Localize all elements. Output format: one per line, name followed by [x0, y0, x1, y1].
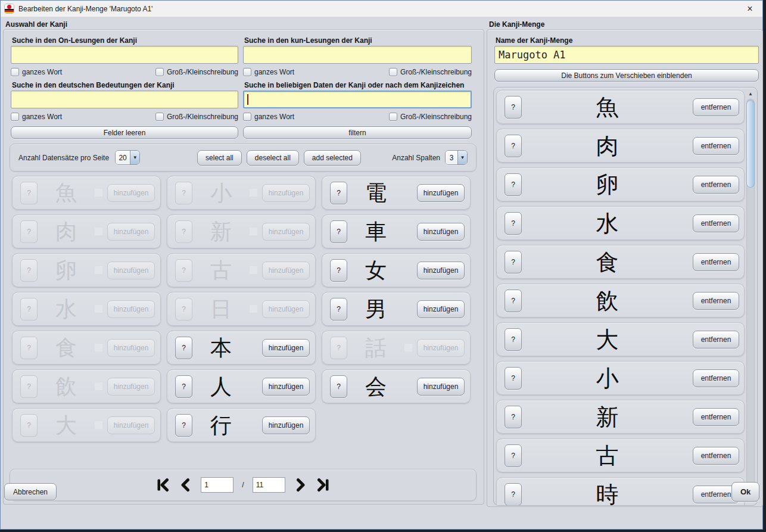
remove-kanji-button[interactable]: entfernen — [693, 137, 739, 155]
add-kanji-button[interactable]: hinzufügen — [107, 378, 155, 396]
on-reading-search-input[interactable] — [11, 46, 238, 64]
kanji-info-button[interactable]: ? — [175, 182, 192, 204]
kanji-info-button[interactable]: ? — [330, 182, 347, 204]
any-whole-word-checkbox[interactable]: ganzes Wort — [243, 113, 294, 121]
current-page-input[interactable] — [201, 477, 233, 493]
kanji-info-button[interactable]: ? — [20, 298, 38, 321]
close-icon[interactable]: × — [741, 2, 759, 15]
kanji-select-checkbox[interactable] — [95, 344, 102, 351]
kanji-info-button[interactable]: ? — [20, 259, 38, 282]
checkbox-icon[interactable] — [11, 113, 19, 121]
meaning-case-checkbox[interactable]: Groß-/Kleinschreibung — [155, 113, 238, 121]
remove-kanji-button[interactable]: entfernen — [693, 331, 739, 349]
add-kanji-button[interactable]: hinzufügen — [417, 262, 465, 279]
checkbox-icon[interactable] — [11, 68, 19, 76]
checkbox-icon[interactable] — [155, 113, 164, 121]
add-kanji-button[interactable]: hinzufügen — [107, 262, 155, 279]
remove-kanji-button[interactable]: entfernen — [693, 253, 739, 271]
scrollbar-thumb[interactable] — [746, 100, 755, 188]
checkbox-icon[interactable] — [389, 113, 397, 121]
add-kanji-button[interactable]: hinzufügen — [417, 300, 465, 318]
kanji-info-button[interactable]: ? — [330, 220, 347, 243]
kanji-select-checkbox[interactable] — [250, 344, 257, 351]
kanji-info-button[interactable]: ? — [505, 173, 522, 196]
cancel-button[interactable]: Abbrechen — [4, 483, 57, 500]
kanji-info-button[interactable]: ? — [20, 414, 38, 437]
deselect-all-button[interactable]: deselect all — [247, 150, 299, 166]
kanji-select-checkbox[interactable] — [95, 305, 102, 313]
checkbox-icon[interactable] — [155, 68, 164, 76]
add-kanji-button[interactable]: hinzufügen — [107, 184, 155, 202]
kanji-info-button[interactable]: ? — [330, 337, 347, 359]
kanji-info-button[interactable]: ? — [505, 444, 522, 467]
kun-case-checkbox[interactable]: Groß-/Kleinschreibung — [389, 68, 472, 76]
kanji-info-button[interactable]: ? — [20, 220, 38, 243]
kanji-select-checkbox[interactable] — [95, 189, 102, 197]
remove-kanji-button[interactable]: entfernen — [693, 98, 739, 116]
kanji-select-checkbox[interactable] — [250, 421, 257, 429]
german-meaning-search-input[interactable] — [11, 91, 238, 108]
kanji-info-button[interactable]: ? — [20, 337, 38, 359]
kanji-select-checkbox[interactable] — [404, 382, 412, 390]
kanji-select-checkbox[interactable] — [404, 305, 412, 313]
kanji-select-checkbox[interactable] — [404, 344, 412, 351]
on-whole-word-checkbox[interactable]: ganzes Wort — [11, 68, 62, 76]
add-kanji-button[interactable]: hinzufügen — [262, 416, 310, 434]
kanji-select-checkbox[interactable] — [95, 228, 102, 235]
ok-button[interactable]: Ok — [731, 482, 759, 502]
add-kanji-button[interactable]: hinzufügen — [262, 262, 310, 279]
add-kanji-button[interactable]: hinzufügen — [262, 339, 310, 357]
kanji-info-button[interactable]: ? — [330, 375, 347, 398]
column-count-combo[interactable]: 3 ▼ — [445, 150, 468, 165]
add-kanji-button[interactable]: hinzufügen — [107, 223, 155, 241]
add-kanji-button[interactable]: hinzufügen — [262, 184, 310, 202]
kanji-info-button[interactable]: ? — [20, 182, 38, 204]
filter-button[interactable]: filtern — [243, 126, 472, 139]
add-kanji-button[interactable]: hinzufügen — [417, 223, 465, 241]
kanji-info-button[interactable]: ? — [175, 337, 192, 359]
add-selected-button[interactable]: add selected — [304, 150, 361, 166]
kanji-select-checkbox[interactable] — [250, 305, 257, 313]
checkbox-icon[interactable] — [243, 113, 251, 121]
kanji-select-checkbox[interactable] — [95, 421, 102, 429]
kanji-info-button[interactable]: ? — [175, 259, 192, 282]
page-size-combo[interactable]: 20 ▼ — [115, 150, 140, 165]
checkbox-icon[interactable] — [389, 68, 397, 76]
kanji-select-checkbox[interactable] — [250, 189, 257, 197]
checkbox-icon[interactable] — [243, 68, 251, 76]
vertical-scrollbar[interactable]: ▲ ▼ — [745, 89, 756, 504]
kanji-info-button[interactable]: ? — [505, 251, 522, 273]
remove-kanji-button[interactable]: entfernen — [693, 292, 739, 310]
chevron-down-icon[interactable]: ▼ — [130, 151, 139, 164]
kanji-info-button[interactable]: ? — [505, 96, 522, 119]
next-page-button[interactable] — [294, 478, 308, 492]
add-kanji-button[interactable]: hinzufügen — [417, 378, 465, 396]
kanji-select-checkbox[interactable] — [404, 228, 412, 235]
remove-kanji-button[interactable]: entfernen — [693, 176, 739, 194]
kanji-info-button[interactable]: ? — [505, 483, 522, 506]
scroll-up-icon[interactable]: ▲ — [746, 89, 755, 98]
kanji-info-button[interactable]: ? — [330, 259, 347, 282]
last-page-button[interactable] — [316, 478, 331, 492]
kanji-select-checkbox[interactable] — [250, 228, 257, 235]
kanji-info-button[interactable]: ? — [505, 406, 522, 428]
kanji-select-checkbox[interactable] — [95, 266, 102, 274]
add-kanji-button[interactable]: hinzufügen — [107, 339, 155, 357]
clear-fields-button[interactable]: Felder leeren — [11, 126, 238, 139]
add-kanji-button[interactable]: hinzufügen — [262, 223, 310, 241]
kun-reading-search-input[interactable] — [243, 46, 472, 64]
kanji-info-button[interactable]: ? — [175, 298, 192, 321]
previous-page-button[interactable] — [178, 478, 192, 492]
any-data-search-input[interactable] — [243, 91, 472, 108]
kanji-select-checkbox[interactable] — [95, 382, 102, 390]
kanji-info-button[interactable]: ? — [505, 135, 522, 157]
kanji-info-button[interactable]: ? — [175, 414, 192, 437]
remove-kanji-button[interactable]: entfernen — [693, 408, 739, 426]
on-case-checkbox[interactable]: Groß-/Kleinschreibung — [155, 68, 238, 76]
total-pages-input[interactable] — [253, 477, 285, 493]
first-page-button[interactable] — [155, 478, 170, 492]
kun-whole-word-checkbox[interactable]: ganzes Wort — [243, 68, 294, 76]
meaning-whole-word-checkbox[interactable]: ganzes Wort — [11, 113, 62, 121]
kanji-select-checkbox[interactable] — [250, 382, 257, 390]
kanji-info-button[interactable]: ? — [505, 212, 522, 235]
